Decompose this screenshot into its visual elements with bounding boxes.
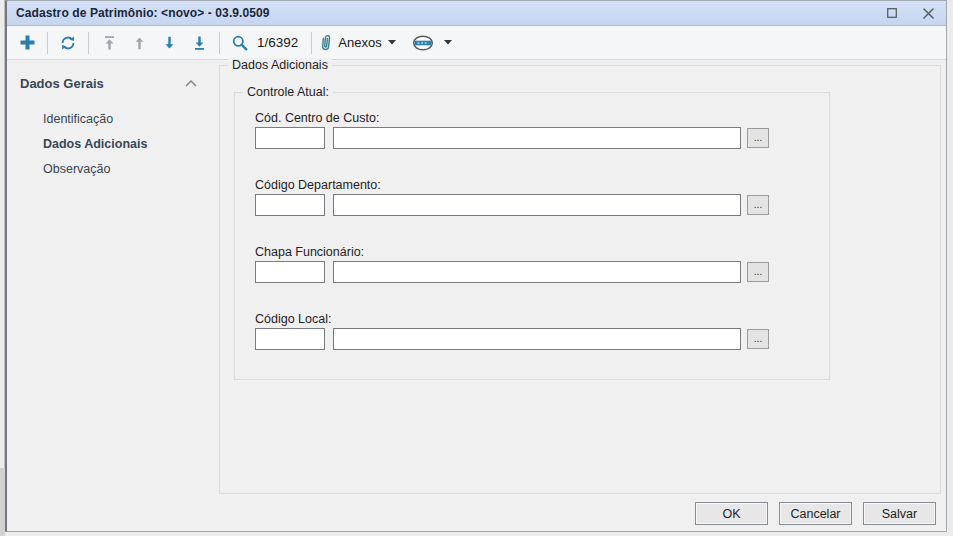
codigo-local-browse-button[interactable]: ... (747, 329, 769, 349)
sidebar-group-label: Dados Gerais (20, 76, 104, 91)
field-label: Código Departamento: (255, 178, 829, 192)
centro-de-custo-code-input[interactable] (255, 127, 325, 149)
print-button[interactable] (410, 30, 460, 56)
groupbox-dados-adicionais: Dados Adicionais Controle Atual: Cód. Ce… (219, 65, 941, 494)
groupbox-controle-atual: Controle Atual: Cód. Centro de Custo: ..… (234, 92, 830, 380)
previous-record-button[interactable] (124, 30, 154, 56)
close-icon (923, 8, 934, 19)
next-record-button[interactable] (154, 30, 184, 56)
ok-button[interactable]: OK (695, 502, 768, 525)
departamento-desc-input[interactable] (333, 194, 741, 216)
arrow-down-to-bar-icon (192, 35, 207, 51)
toolbar-separator (311, 32, 312, 54)
field-list: Cód. Centro de Custo: ... Código Departa… (235, 93, 829, 379)
field-chapa-funcionario: Chapa Funcionário: ... (255, 245, 829, 283)
first-record-button[interactable] (94, 30, 124, 56)
sidebar-item-identificacao[interactable]: Identificação (7, 107, 213, 132)
field-centro-de-custo: Cód. Centro de Custo: ... (255, 111, 829, 149)
printer-icon (412, 35, 434, 51)
main-panel: Dados Adicionais Controle Atual: Cód. Ce… (213, 60, 946, 531)
sidebar: Dados Gerais Identificação Dados Adicion… (7, 60, 213, 531)
sidebar-item-observacao[interactable]: Observação (7, 157, 213, 182)
record-counter: 1/6392 (257, 35, 298, 50)
add-record-button[interactable] (12, 30, 42, 56)
codigo-local-desc-input[interactable] (333, 328, 741, 350)
chapa-funcionario-code-input[interactable] (255, 261, 325, 283)
field-label: Chapa Funcionário: (255, 245, 829, 259)
footer-buttons: OK Cancelar Salvar (695, 502, 936, 525)
cancel-button[interactable]: Cancelar (779, 502, 852, 525)
maximize-icon (887, 8, 897, 18)
arrow-up-to-bar-icon (102, 35, 117, 51)
magnifier-icon (231, 34, 249, 52)
chevron-down-icon (388, 40, 396, 45)
centro-de-custo-desc-input[interactable] (333, 127, 741, 149)
toolbar-separator (219, 32, 220, 54)
last-record-button[interactable] (184, 30, 214, 56)
sidebar-items: Identificação Dados Adicionais Observaçã… (7, 107, 213, 182)
plus-icon (19, 34, 36, 51)
chevron-down-icon (444, 40, 452, 45)
field-departamento: Código Departamento: ... (255, 178, 829, 216)
attachments-button[interactable]: Anexos (317, 30, 403, 56)
toolbar: 1/6392 Anexos (7, 26, 946, 60)
title-bar: Cadastro de Patrimônio: <novo> - 03.9.05… (7, 1, 946, 26)
search-button[interactable] (225, 30, 255, 56)
paperclip-icon (318, 32, 334, 52)
chapa-funcionario-browse-button[interactable]: ... (747, 262, 769, 282)
sidebar-group-dados-gerais[interactable]: Dados Gerais (7, 73, 213, 93)
toolbar-separator (88, 32, 89, 54)
codigo-local-code-input[interactable] (255, 328, 325, 350)
chapa-funcionario-desc-input[interactable] (333, 261, 741, 283)
attachments-label: Anexos (338, 35, 381, 50)
save-button[interactable]: Salvar (863, 502, 936, 525)
refresh-icon (59, 34, 77, 52)
groupbox-title: Dados Adicionais (228, 58, 332, 73)
chevron-up-icon (185, 80, 197, 87)
close-button[interactable] (920, 5, 936, 21)
toolbar-separator (47, 32, 48, 54)
maximize-button[interactable] (884, 5, 900, 21)
departamento-code-input[interactable] (255, 194, 325, 216)
app-window: Cadastro de Patrimônio: <novo> - 03.9.05… (5, 0, 947, 532)
field-codigo-local: Código Local: ... (255, 312, 829, 350)
field-label: Cód. Centro de Custo: (255, 111, 829, 125)
sidebar-item-dados-adicionais[interactable]: Dados Adicionais (7, 132, 213, 157)
arrow-up-icon (132, 35, 147, 51)
content-area: Dados Gerais Identificação Dados Adicion… (7, 60, 946, 531)
field-label: Código Local: (255, 312, 829, 326)
window-title: Cadastro de Patrimônio: <novo> - 03.9.05… (16, 6, 270, 20)
centro-de-custo-browse-button[interactable]: ... (747, 128, 769, 148)
departamento-browse-button[interactable]: ... (747, 195, 769, 215)
refresh-button[interactable] (53, 30, 83, 56)
arrow-down-icon (162, 35, 177, 51)
